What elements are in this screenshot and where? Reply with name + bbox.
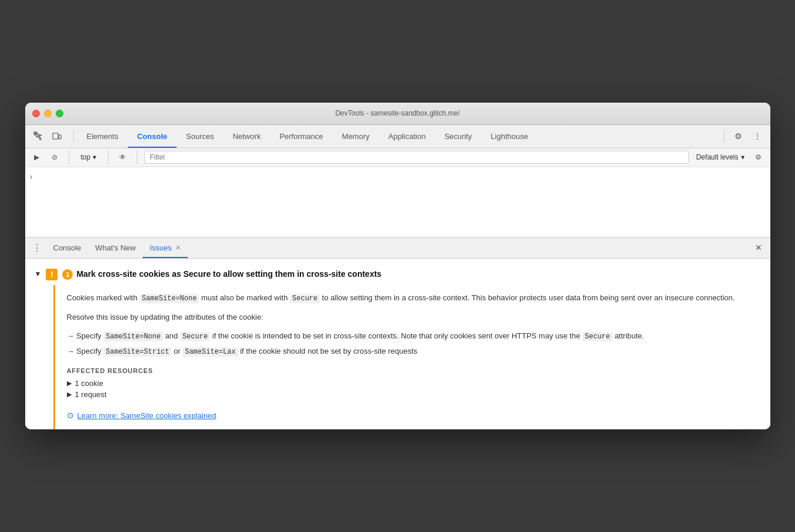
minimize-button[interactable] [44,110,52,117]
console-bar-divider3 [137,150,137,164]
console-bar-divider [69,150,69,164]
console-bar-divider2 [108,150,109,164]
tab-performance[interactable]: Performance [270,125,332,148]
levels-dropdown-icon: ▾ [741,153,745,161]
eye-icon[interactable]: 👁 [116,150,130,164]
svg-rect-1 [53,133,58,139]
issues-panel: ▼ ! 1 Mark cross-site cookies as Secure … [25,259,770,430]
run-icon[interactable]: ▶ [30,150,44,164]
tab-sources[interactable]: Sources [177,125,224,148]
toolbar-right: ⚙ ⋮ [720,128,766,144]
affected-resources: AFFECTED RESOURCES ▶ 1 cookie ▶ 1 reques… [67,367,761,399]
resource-request-arrow-icon: ▶ [67,391,72,398]
resource-cookie-arrow-icon: ▶ [67,379,72,387]
code-secure: Secure [290,294,320,303]
main-tabs: Elements Console Sources Network Perform… [77,125,720,148]
issue-count-badge: 1 [62,269,73,280]
titlebar: DevTools - samesite-sandbox.glitch.me/ [25,103,770,125]
tab-elements[interactable]: Elements [77,125,128,148]
inspect-icon[interactable] [30,128,46,144]
bottom-tabs: ⋮ Console What's New Issues ✕ ✕ [25,238,770,259]
svg-rect-2 [59,135,61,139]
close-button[interactable] [32,110,40,117]
clear-icon[interactable]: ⊘ [48,150,62,164]
bottom-tab-whats-new[interactable]: What's New [88,238,143,258]
tab-memory[interactable]: Memory [333,125,379,148]
settings-icon[interactable]: ⚙ [730,128,747,144]
bottom-tab-issues[interactable]: Issues ✕ [143,238,188,258]
toolbar-divider [73,129,74,143]
window-title: DevTools - samesite-sandbox.glitch.me/ [335,109,459,117]
issue-bullet-1: → Specify SameSite=None and Secure if th… [67,330,761,343]
learn-more-link[interactable]: Learn more: SameSite cookies explained [77,411,216,420]
device-toggle-icon[interactable] [49,128,65,144]
maximize-button[interactable] [56,110,63,117]
context-selector[interactable]: top ▾ [76,152,102,162]
code-secure-2: Secure [180,332,210,341]
issue-detail: Cookies marked with SameSite=None must a… [53,285,770,430]
issue-expand-icon[interactable]: ▼ [35,268,42,278]
traffic-lights [32,110,63,117]
bottom-panel-close-icon[interactable]: ✕ [752,240,766,255]
code-samesite-none-2: SameSite=None [103,332,163,341]
context-value: top [81,153,91,161]
issues-tab-close-icon[interactable]: ✕ [175,244,181,252]
bottom-tab-more-icon[interactable]: ⋮ [30,240,44,255]
default-levels-dropdown[interactable]: Default levels ▾ [692,152,747,162]
learn-more: ⊙ Learn more: SameSite cookies explained [67,411,761,420]
issue-description: Cookies marked with SameSite=None must a… [67,292,761,304]
console-settings-icon[interactable]: ⚙ [752,150,766,164]
tab-network[interactable]: Network [224,125,270,148]
learn-more-icon: ⊙ [67,411,74,420]
tab-security[interactable]: Security [435,125,481,148]
issue-resolve-text: Resolve this issue by updating the attri… [67,311,761,324]
code-samesite-strict: SameSite=Strict [103,347,171,357]
devtools-body: Elements Console Sources Network Perform… [25,125,770,430]
issue-title: Mark cross-site cookies as Secure to all… [76,269,760,279]
code-samesite-none: SameSite=None [140,294,199,303]
console-chevron[interactable]: › [30,172,33,181]
top-toolbar: Elements Console Sources Network Perform… [25,125,770,148]
toolbar-right-divider [724,129,725,143]
console-content: › [25,167,770,238]
code-samesite-lax: SameSite=Lax [182,347,238,357]
tab-application[interactable]: Application [379,125,435,148]
toolbar-icons [30,128,65,144]
tab-lighthouse[interactable]: Lighthouse [481,125,537,148]
devtools-window: DevTools - samesite-sandbox.glitch.me/ [25,103,770,430]
context-dropdown-icon: ▾ [93,153,96,161]
issue-warning-icon: ! [46,269,57,280]
tab-console[interactable]: Console [128,125,177,148]
console-bar: ▶ ⊘ top ▾ 👁 Default levels ▾ ⚙ [25,148,770,167]
bottom-panel: ⋮ Console What's New Issues ✕ ✕ ▼ [25,238,770,430]
resource-request[interactable]: ▶ 1 request [67,390,761,399]
more-options-icon[interactable]: ⋮ [749,128,766,144]
resource-cookie[interactable]: ▶ 1 cookie [67,379,761,388]
code-secure-3: Secure [583,332,613,341]
bottom-tab-console[interactable]: Console [46,238,89,258]
issue-bullet-2: → Specify SameSite=Strict or SameSite=La… [67,345,761,358]
issue-header-row: ▼ ! 1 Mark cross-site cookies as Secure … [25,259,770,280]
affected-label: AFFECTED RESOURCES [67,367,761,374]
filter-input[interactable] [144,151,689,164]
